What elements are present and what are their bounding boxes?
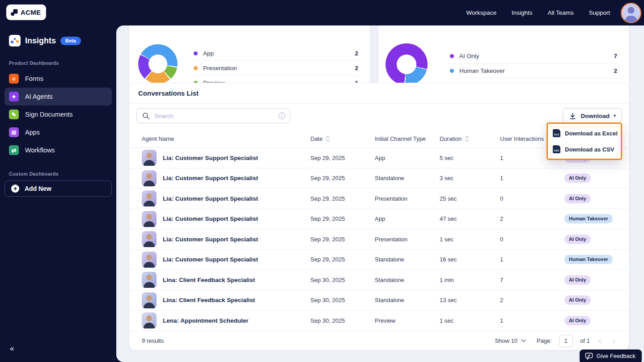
- download-menu-item-label: Download as CSV: [565, 146, 614, 153]
- column-header[interactable]: Date: [310, 135, 375, 142]
- channel-cell: App: [375, 215, 440, 222]
- topnav-link[interactable]: Workspace: [466, 9, 496, 16]
- status-badge: Human Takeover: [564, 214, 613, 223]
- give-feedback-button[interactable]: Give Feedback: [580, 349, 642, 362]
- page-size-label: Show 10: [495, 337, 517, 344]
- table-row[interactable]: Lina: Client Feedback Specialist Sep 30,…: [129, 290, 629, 311]
- status-badge: AI Only: [564, 194, 591, 203]
- agent-cell: Lia: Customer Support Specialist: [142, 211, 310, 227]
- sidebar-collapse-button[interactable]: «: [10, 345, 14, 352]
- previous-page-button[interactable]: ‹: [596, 337, 604, 345]
- status-cell: Human Takeover: [564, 214, 616, 223]
- sidebar-item-icon: ⊞: [9, 127, 19, 137]
- sidebar-item-icon: ✎: [9, 109, 19, 119]
- channel-cell: Standalone: [375, 256, 440, 263]
- next-page-button[interactable]: ›: [610, 337, 618, 345]
- chevron-down-icon: ▾: [614, 114, 616, 118]
- info-icon[interactable]: [278, 112, 285, 119]
- agent-cell: Lia: Customer Support Specialist: [142, 190, 310, 206]
- column-header[interactable]: Duration: [440, 135, 500, 142]
- sidebar-item[interactable]: ≡ Forms: [4, 70, 112, 88]
- interactions-cell: 1: [500, 317, 564, 324]
- acme-logo[interactable]: ACME: [6, 4, 46, 20]
- duration-cell: 16 sec: [440, 256, 500, 263]
- channel-cell: Standalone: [375, 175, 440, 181]
- agent-name: Lena: Appointment Scheduler: [163, 317, 249, 324]
- download-menu-item[interactable]: CSV Download as CSV: [548, 141, 621, 157]
- status-cell: AI Only: [564, 295, 616, 305]
- sidebar-item-icon: ✦: [9, 92, 19, 101]
- duration-cell: 3 sec: [440, 175, 500, 181]
- app-title: Insights: [25, 36, 56, 46]
- table-row[interactable]: Lia: Customer Support Specialist Sep 29,…: [129, 168, 629, 189]
- agent-cell: Lia: Customer Support Specialist: [142, 170, 310, 186]
- table-row[interactable]: Lia: Customer Support Specialist Sep 29,…: [129, 250, 629, 270]
- page-size-select[interactable]: Show 10: [495, 337, 526, 344]
- legend-value: 2: [355, 50, 358, 57]
- column-header-label: Initial Channel Type: [375, 135, 426, 142]
- agent-cell: Lena: Appointment Scheduler: [142, 312, 310, 328]
- agent-name: Lina: Client Feedback Specialist: [163, 297, 255, 303]
- sidebar-item-label: Forms: [25, 75, 43, 82]
- sidebar-item[interactable]: ⊞ Apps: [4, 123, 112, 141]
- status-badge: AI Only: [564, 316, 591, 325]
- table-row[interactable]: Lina: Client Feedback Specialist Sep 30,…: [129, 270, 629, 290]
- topnav-link[interactable]: All Teams: [547, 9, 573, 16]
- column-header-label: Duration: [440, 135, 462, 142]
- feedback-label: Give Feedback: [597, 353, 636, 359]
- sort-icon[interactable]: [325, 135, 330, 142]
- status-badge: AI Only: [564, 295, 591, 305]
- table-row[interactable]: Lia: Customer Support Specialist Sep 29,…: [129, 189, 629, 209]
- topnav-link[interactable]: Insights: [512, 9, 533, 16]
- person-icon: [622, 4, 640, 22]
- user-avatar[interactable]: [621, 3, 641, 23]
- page-number-input[interactable]: [559, 335, 573, 347]
- agent-avatar: [142, 211, 157, 227]
- interactions-cell: 2: [500, 297, 564, 303]
- date-cell: Sep 29, 2025: [310, 175, 375, 181]
- sidebar-item[interactable]: ⇄ Workflows: [4, 141, 112, 159]
- agent-cell: Lina: Client Feedback Specialist: [142, 292, 310, 308]
- interactions-cell: 1: [500, 175, 564, 181]
- sidebar-item[interactable]: ✦ AI Agents: [4, 88, 112, 105]
- agent-avatar: [142, 150, 157, 166]
- status-badge: Human Takeover: [564, 255, 613, 264]
- add-new-button[interactable]: + Add New: [4, 181, 112, 197]
- search-box: [136, 108, 290, 123]
- table-row[interactable]: Lena: Appointment Scheduler Sep 30, 2025…: [129, 311, 629, 331]
- sidebar-item-label: Workflows: [25, 147, 55, 154]
- sidebar-item[interactable]: ✎ Sign Documents: [4, 105, 112, 123]
- agent-name: Lia: Customer Support Specialist: [163, 155, 258, 161]
- table-row[interactable]: Lia: Customer Support Specialist Sep 29,…: [129, 229, 629, 250]
- download-label: Download: [580, 113, 610, 119]
- search-input[interactable]: [154, 113, 274, 119]
- column-header[interactable]: Agent Name: [142, 135, 310, 142]
- agent-cell: Lia: Customer Support Specialist: [142, 252, 310, 268]
- legend-label: AI Only: [459, 53, 608, 59]
- date-cell: Sep 29, 2025: [310, 236, 375, 243]
- sidebar-header: Insights Beta: [9, 35, 116, 46]
- status-badge: AI Only: [564, 173, 591, 183]
- channel-cell: App: [375, 155, 440, 161]
- takeover-donut-chart: [386, 43, 428, 85]
- legend-value: 2: [614, 67, 617, 74]
- sort-icon[interactable]: [464, 135, 470, 142]
- download-menu-item[interactable]: XLS Download as Excel: [548, 125, 621, 141]
- table-row[interactable]: Lia: Customer Support Specialist Sep 29,…: [129, 209, 629, 230]
- column-header-label: Date: [310, 135, 322, 142]
- legend-row: Presentation 2: [194, 61, 358, 76]
- column-header[interactable]: Initial Channel Type: [375, 135, 440, 142]
- sidebar-item-icon: ≡: [9, 74, 19, 84]
- results-count: 9 results: [142, 337, 164, 344]
- date-cell: Sep 30, 2025: [310, 317, 375, 324]
- conversations-title: Conversations List: [138, 89, 199, 97]
- status-cell: Human Takeover: [564, 255, 616, 264]
- agent-avatar: [142, 231, 157, 247]
- topnav-link[interactable]: Support: [589, 9, 610, 16]
- download-button[interactable]: Download ▾: [563, 108, 622, 123]
- date-cell: Sep 29, 2025: [310, 155, 375, 161]
- feedback-chat-icon: [585, 352, 593, 360]
- status-cell: AI Only: [564, 275, 616, 285]
- channel-cell: Presentation: [375, 195, 440, 202]
- page-label: Page:: [537, 337, 552, 344]
